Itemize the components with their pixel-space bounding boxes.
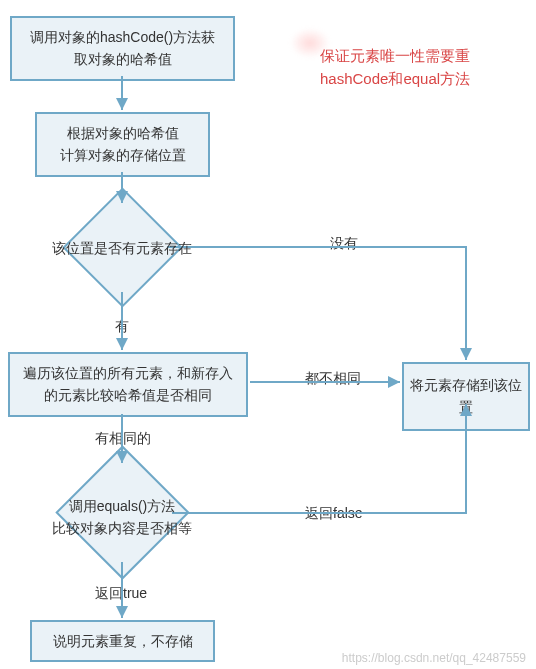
node-traverse-compare: 遍历该位置的所有元素，和新存入 的元素比较哈希值是否相同 (8, 352, 248, 417)
node4-line2: 的元素比较哈希值是否相同 (20, 384, 236, 406)
edge-label-has: 有 (115, 318, 129, 336)
node7-text: 将元素存储到该位置 (410, 377, 522, 415)
node1-line1: 调用对象的hashCode()方法获 (22, 26, 223, 48)
node5-line2: 比较对象内容是否相等 (22, 517, 222, 539)
annotation-text: 保证元素唯一性需要重 hashCode和equal方法 (320, 45, 470, 90)
node1-line2: 取对象的哈希值 (22, 48, 223, 70)
edge-label-ret-true: 返回true (95, 585, 147, 603)
node6-text: 说明元素重复，不存储 (53, 633, 193, 649)
decision-equals-text: 调用equals()方法 比较对象内容是否相等 (22, 495, 222, 540)
edge-label-ret-false: 返回false (305, 505, 363, 523)
node4-line1: 遍历该位置的所有元素，和新存入 (20, 362, 236, 384)
edge-label-all-diff: 都不相同 (305, 370, 361, 388)
node-duplicate-skip: 说明元素重复，不存储 (30, 620, 215, 662)
edge-label-has-same: 有相同的 (95, 430, 151, 448)
annotation-line2: hashCode和equal方法 (320, 68, 470, 91)
node-compute-position: 根据对象的哈希值 计算对象的存储位置 (35, 112, 210, 177)
decision-has-element-text: 该位置是否有元素存在 (22, 237, 222, 259)
node2-line1: 根据对象的哈希值 (47, 122, 198, 144)
node-hashcode-call: 调用对象的hashCode()方法获 取对象的哈希值 (10, 16, 235, 81)
edge-label-no-exist: 没有 (330, 235, 358, 253)
node2-line2: 计算对象的存储位置 (47, 144, 198, 166)
annotation-line1: 保证元素唯一性需要重 (320, 45, 470, 68)
node5-line1: 调用equals()方法 (22, 495, 222, 517)
flow-arrows (0, 0, 536, 669)
node-store-element: 将元素存储到该位置 (402, 362, 530, 431)
watermark-text: https://blog.csdn.net/qq_42487559 (342, 651, 526, 665)
